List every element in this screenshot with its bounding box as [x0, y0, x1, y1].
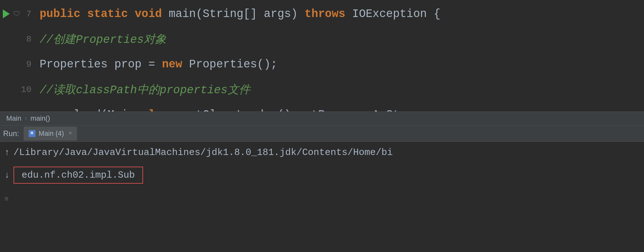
run-label: Run: — [3, 129, 19, 138]
list-icon: ≡ — [4, 195, 8, 203]
token-8-0: //创建Properties对象 — [40, 33, 166, 46]
token-7-throws: throws — [305, 8, 352, 20]
line-number-10: 10 — [21, 85, 31, 94]
token-7-0: public static void — [40, 8, 169, 20]
tab-icon: M — [29, 130, 36, 137]
token-9-2: Properties(); — [189, 58, 277, 71]
token-11-0: prop.load(Main. — [40, 108, 142, 112]
code-content-8: //创建Properties对象 — [35, 32, 166, 47]
line-number-8: 8 — [23, 34, 31, 44]
gutter-8: 8 — [0, 34, 35, 44]
token-9-0: Properties prop = — [40, 58, 162, 71]
console-output-line: ↓ edu.nf.ch02.impl.Sub — [0, 163, 644, 187]
up-arrow-icon: ↑ — [4, 148, 10, 158]
gutter-7: 🛡 7 — [0, 9, 35, 19]
token-11-1: class — [142, 108, 175, 112]
line-number-9: 9 — [23, 60, 31, 69]
token-10-0: //读取classPath中的properties文件 — [40, 84, 250, 97]
code-content-7: public static void main(String[] args) t… — [35, 8, 441, 20]
tab-main-4[interactable]: M Main (4) × — [24, 127, 77, 140]
tabs-bar: Run: M Main (4) × — [0, 125, 644, 142]
down-arrow-icon: ↓ — [4, 170, 10, 180]
code-content-10: //读取classPath中的properties文件 — [35, 82, 250, 97]
console-icon-line: ≡ — [0, 188, 644, 210]
gutter-11: 11 — [0, 110, 35, 112]
tab-label: Main (4) — [39, 129, 64, 138]
breadcrumb-file: Main — [6, 114, 21, 123]
console-area: ↑ /Library/Java/JavaVirtualMachines/jdk1… — [0, 142, 644, 252]
console-path-text: /Library/Java/JavaVirtualMachines/jdk1.8… — [14, 147, 393, 158]
code-line-11: 11 prop.load(Main.class.getClassLoader()… — [0, 102, 644, 112]
token-9-1: new — [162, 58, 189, 71]
output-box: edu.nf.ch02.impl.Sub — [14, 167, 143, 184]
output-text: edu.nf.ch02.impl.Sub — [22, 170, 135, 180]
breadcrumb-bar: Main › main() — [0, 112, 644, 125]
code-line-7: 🛡 7 public static void main(String[] arg… — [0, 1, 644, 26]
code-content-9: Properties prop = new Properties(); — [35, 58, 277, 71]
line-number-7: 7 — [23, 9, 31, 19]
code-line-9: 9 Properties prop = new Properties(); — [0, 52, 644, 77]
code-line-10: 10 //读取classPath中的properties文件 — [0, 77, 644, 102]
code-content-11: prop.load(Main.class.getClassLoader().ge… — [35, 108, 427, 112]
console-line-1: ↑ /Library/Java/JavaVirtualMachines/jdk1… — [0, 142, 644, 163]
breadcrumb-method: main() — [31, 114, 50, 123]
bookmark-icon-7: 🛡 — [13, 10, 20, 18]
tab-close-button[interactable]: × — [68, 130, 72, 137]
token-11-2: .getClassLoader().getResourceAsStream — [175, 108, 427, 112]
run-button-7[interactable] — [2, 9, 11, 18]
line-number-11: 11 — [21, 110, 31, 112]
code-line-8: 8 //创建Properties对象 — [0, 26, 644, 52]
gutter-9: 9 — [0, 60, 35, 69]
gutter-10: 10 — [0, 85, 35, 94]
breadcrumb-separator: › — [24, 115, 28, 123]
token-7-2: IOException { — [352, 8, 441, 20]
code-editor: 🛡 7 public static void main(String[] arg… — [0, 0, 644, 112]
token-7-1: main(String[] args) — [169, 8, 304, 20]
